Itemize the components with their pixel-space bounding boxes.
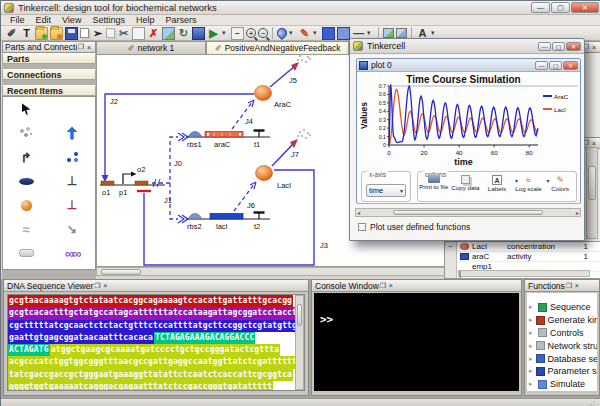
line-style-dropdown-icon[interactable]: ▾ bbox=[367, 29, 374, 37]
expand-arrow-icon[interactable]: ▸ bbox=[529, 316, 533, 324]
float-icon[interactable]: ❐ bbox=[565, 282, 573, 290]
rbs1-part[interactable] bbox=[188, 131, 202, 137]
float-icon[interactable]: ❐ bbox=[77, 43, 85, 51]
cursor-part[interactable] bbox=[3, 97, 49, 121]
maximize-button[interactable]: ▢ bbox=[552, 42, 565, 51]
gene-araC-part[interactable] bbox=[205, 132, 243, 138]
expand-arrow-icon[interactable]: ▸ bbox=[529, 329, 535, 337]
menu-settings[interactable]: Settings bbox=[87, 15, 130, 25]
function-item[interactable]: ▸Network structure bbox=[527, 339, 597, 352]
protein-AraC-node[interactable] bbox=[255, 86, 272, 101]
dna-v-scrollbar[interactable] bbox=[295, 295, 304, 390]
tab-1[interactable]: ✐network 1 bbox=[96, 41, 206, 54]
function-item[interactable]: ▸Controls bbox=[527, 327, 597, 340]
draw-icon[interactable]: ✐ bbox=[5, 27, 18, 40]
scroll-left-arrow[interactable]: ◂ bbox=[357, 209, 360, 216]
minimize-button[interactable]: — bbox=[538, 42, 551, 51]
promoter-p1[interactable] bbox=[123, 174, 131, 184]
scrollbar-thumb[interactable] bbox=[297, 304, 302, 326]
function-item[interactable]: ▸Generate kinetics bbox=[527, 314, 597, 327]
paste-icon[interactable] bbox=[106, 28, 115, 38]
pen-icon[interactable]: ✎ bbox=[298, 27, 311, 40]
snapshot-alt-icon[interactable] bbox=[396, 28, 407, 38]
pen-dropdown-icon[interactable]: ▾ bbox=[313, 29, 320, 37]
zoom-in-icon[interactable]: + bbox=[246, 28, 256, 38]
receptor-part[interactable] bbox=[49, 121, 95, 145]
close-button[interactable]: ✕ bbox=[563, 61, 578, 70]
maximize-button[interactable]: ▢ bbox=[549, 61, 562, 70]
close-icon[interactable]: × bbox=[590, 140, 598, 147]
table-row[interactable]: LacIconcentration1 bbox=[457, 242, 600, 252]
scrollbar-thumb[interactable] bbox=[588, 166, 596, 200]
open-network-folder-icon[interactable] bbox=[35, 27, 48, 40]
edge-J0-J1[interactable] bbox=[152, 137, 178, 219]
collapse-column[interactable]: − bbox=[445, 242, 457, 278]
expand-arrow-icon[interactable]: ▸ bbox=[529, 367, 533, 375]
section-recent-items[interactable]: Recent Items bbox=[2, 85, 96, 96]
text-size-dropdown-icon[interactable]: ▾ bbox=[431, 29, 438, 37]
protein-LacI-node[interactable] bbox=[256, 166, 273, 181]
minimize-button[interactable]: — bbox=[535, 61, 548, 70]
right-v-scrollbar[interactable] bbox=[586, 147, 598, 239]
screen-capture-icon[interactable] bbox=[132, 27, 145, 40]
gene-lacI-part[interactable] bbox=[210, 214, 243, 220]
function-item[interactable]: ▸Sequence bbox=[527, 301, 597, 314]
expand-arrow-icon[interactable]: ▸ bbox=[529, 355, 533, 363]
open-file-folder-icon[interactable] bbox=[50, 27, 63, 40]
colors-button[interactable]: ✎Colors bbox=[545, 175, 575, 192]
minimize-button[interactable]: — bbox=[531, 2, 550, 13]
module-icon[interactable] bbox=[322, 27, 335, 40]
plot-user-functions-checkbox[interactable] bbox=[358, 223, 366, 231]
text-icon[interactable]: T bbox=[20, 27, 33, 40]
expand-arrow-icon[interactable]: ▸ bbox=[529, 303, 535, 311]
dna-helix-part[interactable]: ∞∞ bbox=[49, 241, 95, 265]
annotation-icon[interactable]: − bbox=[231, 27, 244, 40]
close-icon[interactable]: × bbox=[85, 44, 93, 51]
labels-button[interactable]: ALabels▾ bbox=[482, 175, 512, 192]
close-button[interactable]: ✕ bbox=[571, 2, 599, 13]
menu-file[interactable]: File bbox=[5, 15, 30, 25]
operator-o2[interactable] bbox=[135, 181, 148, 185]
cut-icon[interactable]: ✂ bbox=[117, 27, 130, 40]
run-dropdown-icon[interactable]: ▾ bbox=[222, 29, 229, 37]
scroll-right-arrow[interactable]: ▸ bbox=[576, 209, 579, 216]
rbs2-part[interactable] bbox=[188, 213, 202, 219]
menu-edit[interactable]: Edit bbox=[31, 15, 57, 25]
resize-grip[interactable]: ⋰ bbox=[590, 398, 600, 406]
float-icon[interactable]: ❐ bbox=[93, 282, 101, 290]
log-scale-button[interactable]: ≈Log scale▾ bbox=[514, 175, 544, 192]
float-window-title-bar[interactable]: Tinkercell — ▢ ✕ bbox=[350, 39, 584, 54]
close-icon[interactable]: × bbox=[573, 282, 581, 289]
close-icon[interactable]: × bbox=[590, 44, 598, 51]
float-icon[interactable]: ❐ bbox=[379, 282, 387, 290]
dna-sequence-body[interactable]: gcgtaacaaaagtgtctataatcacggcagaaaagtccac… bbox=[7, 294, 305, 391]
function-item[interactable]: ▸Database search bbox=[527, 352, 597, 365]
plot-icon[interactable] bbox=[192, 27, 205, 40]
spring-part[interactable]: ≈ bbox=[3, 217, 49, 241]
table-row[interactable]: araCactivity1 bbox=[457, 252, 600, 262]
menu-view[interactable]: View bbox=[57, 15, 86, 25]
compartment-part[interactable] bbox=[3, 241, 49, 265]
printer-button[interactable]: Print to file bbox=[419, 175, 449, 190]
scrollbar-thumb[interactable] bbox=[393, 210, 543, 215]
run-icon[interactable]: ▶ bbox=[207, 27, 220, 40]
maximize-button[interactable]: ▢ bbox=[551, 2, 570, 13]
expand-arrow-icon[interactable]: ▸ bbox=[529, 380, 535, 388]
paint-dropdown-icon[interactable]: ▾ bbox=[289, 29, 296, 37]
regulated-gene-part[interactable]: ⊥ bbox=[49, 193, 95, 217]
complex-part[interactable] bbox=[49, 145, 95, 169]
promoter-part[interactable]: ↱ bbox=[3, 145, 49, 169]
expand-arrow-icon[interactable]: ▸ bbox=[529, 342, 533, 350]
x-axis-combobox[interactable]: time ▾ bbox=[366, 184, 406, 197]
table-h-scrollbar[interactable] bbox=[458, 270, 590, 277]
operator-o1[interactable] bbox=[101, 181, 114, 185]
section-parts[interactable]: Parts bbox=[2, 53, 96, 64]
tab-2[interactable]: ✐PositiveAndNegativeFeedback bbox=[206, 41, 349, 54]
plot-title-bar[interactable]: plot 0 — ▢ ✕ bbox=[357, 59, 580, 72]
refresh-icon[interactable]: ↻ bbox=[177, 27, 190, 40]
image-export-icon[interactable] bbox=[162, 27, 175, 40]
delete-icon[interactable]: ✗ bbox=[147, 27, 160, 40]
molecule-part[interactable] bbox=[3, 121, 49, 145]
module-alt-icon[interactable] bbox=[337, 27, 350, 40]
close-icon[interactable]: × bbox=[387, 282, 395, 289]
